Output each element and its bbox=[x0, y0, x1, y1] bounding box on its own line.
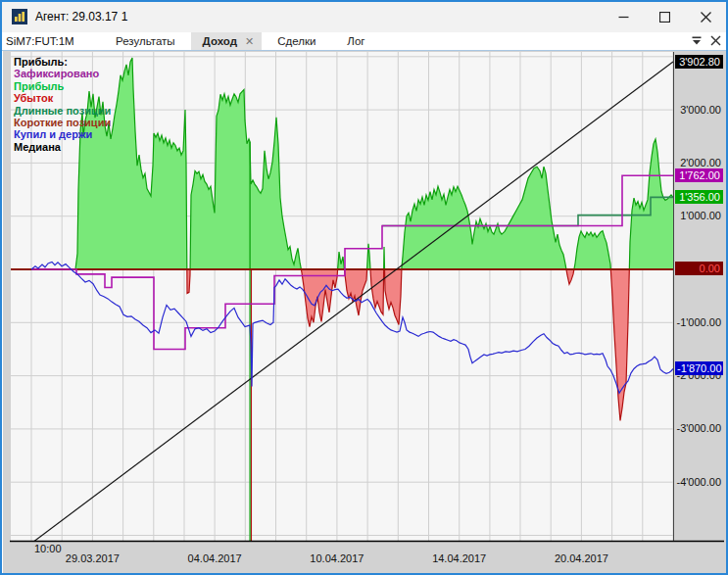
tabbar-right-icons bbox=[691, 34, 721, 46]
tab-list-dropdown-button[interactable] bbox=[691, 34, 703, 46]
tab-Доход[interactable]: Доход✕ bbox=[191, 32, 263, 50]
instrument-label: SiM7:FUT:1M bbox=[6, 32, 74, 50]
tabs: РезультатыДоход✕СделкиЛог bbox=[100, 32, 381, 50]
tab-label: Сделки bbox=[277, 32, 315, 50]
tab-Результаты[interactable]: Результаты bbox=[100, 32, 191, 50]
window-controls bbox=[603, 2, 726, 32]
chevron-down-icon bbox=[691, 34, 703, 46]
tab-label: Лог bbox=[347, 32, 364, 50]
close-icon bbox=[701, 12, 711, 23]
tab-label: Результаты bbox=[116, 32, 175, 50]
tab-Лог[interactable]: Лог bbox=[331, 32, 380, 50]
tab-close-icon[interactable]: ✕ bbox=[245, 32, 254, 50]
tab-label: Доход bbox=[203, 32, 237, 50]
close-button[interactable] bbox=[685, 2, 726, 32]
tab-Сделки[interactable]: Сделки bbox=[262, 32, 331, 50]
close-tab-button[interactable] bbox=[710, 35, 721, 46]
maximize-icon bbox=[659, 12, 670, 23]
profit-chart[interactable] bbox=[2, 2, 728, 575]
app-icon bbox=[12, 9, 27, 24]
close-icon bbox=[710, 35, 721, 46]
minimize-button[interactable] bbox=[603, 2, 644, 32]
agent-window: Прибыль:ЗафиксированоПрибыльУбытокДлинны… bbox=[0, 0, 728, 575]
title-bar: Агент: 29.03.17 1 bbox=[2, 2, 726, 32]
window-title: Агент: 29.03.17 1 bbox=[35, 2, 127, 32]
minimize-icon bbox=[618, 12, 629, 23]
tab-bar: SiM7:FUT:1M РезультатыДоход✕СделкиЛог bbox=[2, 32, 726, 51]
maximize-button[interactable] bbox=[644, 2, 685, 32]
